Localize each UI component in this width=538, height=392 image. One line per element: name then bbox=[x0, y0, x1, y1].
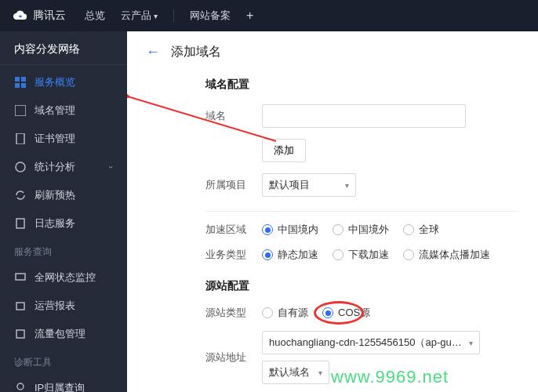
nav-overview[interactable]: 总览 bbox=[85, 9, 105, 23]
label-region: 加速区域 bbox=[205, 223, 262, 237]
svg-rect-1 bbox=[21, 77, 26, 82]
radio-biz-static[interactable]: 静态加速 bbox=[262, 248, 318, 262]
radio-biz-vod[interactable]: 流媒体点播加速 bbox=[403, 248, 490, 262]
package-icon bbox=[14, 328, 27, 340]
nav-beian[interactable]: 网站备案 bbox=[190, 9, 231, 23]
refresh-icon bbox=[14, 189, 27, 201]
svg-rect-10 bbox=[16, 330, 24, 338]
domain-input[interactable] bbox=[262, 104, 466, 128]
sidebar-item-label: 证书管理 bbox=[35, 132, 75, 146]
sidebar-item-label: 统计分析 bbox=[35, 160, 75, 174]
project-select[interactable]: 默认项目 bbox=[262, 173, 356, 197]
sidebar-item-label: 运营报表 bbox=[35, 299, 75, 313]
radio-region-cn[interactable]: 中国境内 bbox=[262, 223, 318, 237]
sidebar-item-traffic[interactable]: 流量包管理 bbox=[0, 320, 127, 348]
svg-rect-9 bbox=[16, 303, 24, 310]
sidebar-item-monitor[interactable]: 全网状态监控 bbox=[0, 263, 127, 292]
radio-region-ov[interactable]: 中国境外 bbox=[333, 223, 389, 237]
brand-logo[interactable]: 腾讯云 bbox=[13, 8, 66, 24]
sidebar-item-label: 域名管理 bbox=[35, 103, 75, 118]
sidebar-item-label: 全网状态监控 bbox=[35, 270, 96, 285]
domain-icon bbox=[14, 104, 27, 117]
cloud-logo-icon bbox=[13, 8, 28, 24]
sidebar-item-domain[interactable]: 域名管理 bbox=[0, 96, 127, 125]
chart-icon bbox=[14, 161, 27, 173]
brand-text: 腾讯云 bbox=[33, 9, 66, 23]
sidebar-item-overview[interactable]: 服务概览 bbox=[0, 68, 127, 96]
page-title: 添加域名 bbox=[171, 44, 221, 60]
section-origin-config: 源站配置 bbox=[205, 279, 519, 293]
sidebar-item-label: IP归属查询 bbox=[35, 381, 85, 392]
svg-rect-2 bbox=[15, 83, 20, 88]
add-domain-button[interactable]: 添加 bbox=[262, 139, 306, 162]
sidebar-item-label: 服务概览 bbox=[35, 75, 75, 89]
radio-biz-download[interactable]: 下载加速 bbox=[333, 248, 389, 262]
sidebar-group-diag: 诊断工具 bbox=[0, 348, 127, 374]
grid-icon bbox=[14, 76, 27, 89]
svg-rect-4 bbox=[15, 105, 26, 116]
svg-point-11 bbox=[17, 383, 24, 390]
ip-icon bbox=[14, 382, 27, 392]
radio-region-global[interactable]: 全球 bbox=[403, 223, 439, 237]
back-arrow-icon[interactable]: ← bbox=[146, 44, 160, 60]
radio-origin-own[interactable]: 自有源 bbox=[262, 306, 308, 320]
cert-icon bbox=[14, 132, 27, 145]
sidebar-item-cert[interactable]: 证书管理 bbox=[0, 125, 127, 153]
sidebar-item-report[interactable]: 运营报表 bbox=[0, 292, 127, 320]
label-biztype: 业务类型 bbox=[205, 248, 262, 262]
label-origin-addr: 源站地址 bbox=[205, 350, 262, 365]
nav-products[interactable]: 云产品 bbox=[121, 9, 158, 23]
sidebar: 内容分发网络 服务概览 域名管理 证书管理 统计分析 刷新预热 日志服务 服务查… bbox=[0, 31, 127, 392]
svg-rect-7 bbox=[16, 219, 24, 228]
main-content: ← 添加域名 域名配置 域名 添加 所属项目 默认项目 加速区域 中国境内 bbox=[127, 31, 538, 392]
monitor-icon bbox=[14, 271, 27, 284]
origin-domain-type-select[interactable]: 默认域名 bbox=[262, 361, 329, 384]
svg-rect-0 bbox=[15, 77, 20, 82]
sidebar-item-refresh[interactable]: 刷新预热 bbox=[0, 181, 127, 209]
sidebar-item-ip[interactable]: IP归属查询 bbox=[0, 374, 127, 392]
sidebar-item-label: 日志服务 bbox=[35, 216, 75, 230]
svg-rect-8 bbox=[16, 274, 25, 280]
label-origin-type: 源站类型 bbox=[205, 306, 262, 320]
nav-divider bbox=[173, 9, 174, 22]
section-domain-config: 域名配置 bbox=[205, 78, 519, 92]
sidebar-item-logs[interactable]: 日志服务 bbox=[0, 209, 127, 238]
sidebar-item-stats[interactable]: 统计分析 bbox=[0, 153, 127, 181]
label-project: 所属项目 bbox=[205, 178, 262, 192]
nav-add-icon[interactable]: + bbox=[246, 9, 253, 23]
report-icon bbox=[14, 299, 27, 312]
log-icon bbox=[14, 217, 27, 230]
origin-bucket-select[interactable]: huochangliang-cdn-1255456150（ap-gu… bbox=[262, 331, 480, 354]
label-domain: 域名 bbox=[205, 109, 262, 123]
radio-origin-cos[interactable]: COS源 bbox=[322, 306, 370, 320]
svg-point-6 bbox=[16, 162, 25, 172]
top-nav-bar: 腾讯云 总览 云产品 网站备案 + bbox=[0, 0, 538, 31]
svg-rect-5 bbox=[16, 133, 24, 144]
sidebar-item-label: 刷新预热 bbox=[35, 188, 75, 202]
sidebar-group-query: 服务查询 bbox=[0, 238, 127, 263]
svg-rect-3 bbox=[21, 83, 26, 88]
sidebar-title: 内容分发网络 bbox=[0, 31, 127, 64]
sidebar-item-label: 流量包管理 bbox=[35, 327, 85, 341]
